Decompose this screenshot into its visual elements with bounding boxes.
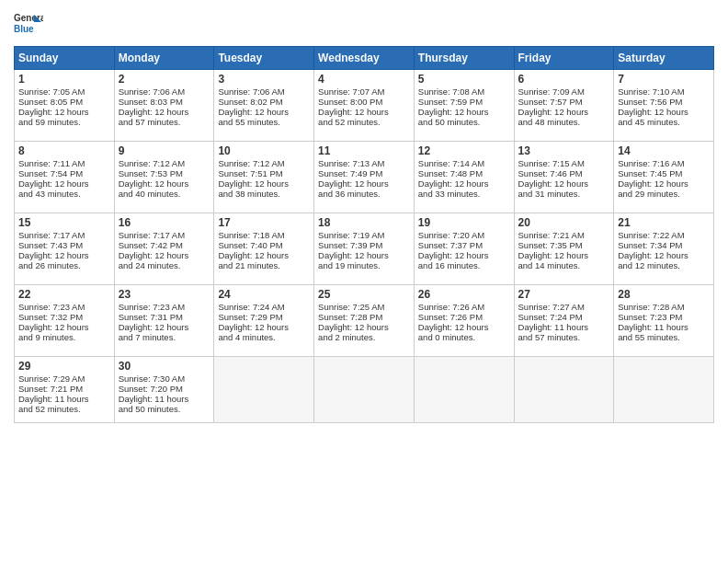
calendar-cell: 3Sunrise: 7:06 AMSunset: 8:02 PMDaylight… [214, 70, 314, 142]
calendar-cell: 30Sunrise: 7:30 AMSunset: 7:20 PMDayligh… [114, 357, 214, 423]
calendar-cell [214, 357, 314, 423]
cell-text: Daylight: 11 hours [518, 322, 589, 332]
cell-text: and 55 minutes. [218, 117, 280, 127]
day-number: 26 [418, 288, 510, 301]
cell-text: Daylight: 11 hours [119, 394, 189, 404]
page-header: General Blue [14, 9, 714, 39]
day-number: 18 [318, 216, 410, 229]
cell-text: Daylight: 12 hours [418, 107, 489, 117]
cell-text: and 50 minutes. [119, 404, 181, 414]
cell-text: and 59 minutes. [18, 117, 81, 127]
day-number: 17 [218, 216, 310, 229]
cell-text: Sunset: 7:35 PM [518, 240, 583, 250]
cell-text: and 26 minutes. [18, 260, 81, 270]
calendar-cell: 28Sunrise: 7:28 AMSunset: 7:23 PMDayligh… [614, 285, 714, 357]
cell-text: and 24 minutes. [119, 260, 181, 270]
calendar-cell: 17Sunrise: 7:18 AMSunset: 7:40 PMDayligh… [214, 213, 314, 285]
calendar-cell: 11Sunrise: 7:13 AMSunset: 7:49 PMDayligh… [314, 142, 415, 213]
cell-text: Daylight: 12 hours [18, 178, 89, 189]
cell-text: Sunrise: 7:26 AM [418, 302, 484, 312]
day-number: 27 [518, 288, 610, 301]
cell-text: Sunrise: 7:12 AM [119, 158, 185, 168]
cell-text: Sunset: 7:43 PM [18, 240, 83, 250]
calendar-cell: 7Sunrise: 7:10 AMSunset: 7:56 PMDaylight… [614, 70, 714, 142]
cell-text: and 45 minutes. [618, 117, 680, 127]
cell-text: Sunrise: 7:20 AM [418, 230, 484, 240]
cell-text: and 19 minutes. [318, 260, 381, 270]
day-number: 22 [18, 288, 110, 301]
cell-text: and 52 minutes. [18, 404, 81, 414]
cell-text: and 0 minutes. [418, 332, 475, 342]
cell-text: Sunrise: 7:16 AM [618, 158, 684, 168]
calendar-cell: 2Sunrise: 7:06 AMSunset: 8:03 PMDaylight… [114, 70, 214, 142]
cell-text: Sunrise: 7:18 AM [218, 230, 284, 240]
cell-text: Sunset: 7:32 PM [18, 312, 83, 322]
cell-text: Sunset: 7:28 PM [318, 312, 382, 322]
cell-text: Daylight: 12 hours [318, 322, 389, 332]
cell-text: and 50 minutes. [418, 117, 481, 127]
calendar-cell: 5Sunrise: 7:08 AMSunset: 7:59 PMDaylight… [414, 70, 514, 142]
cell-text: Daylight: 12 hours [119, 250, 189, 260]
cell-text: Sunrise: 7:21 AM [518, 230, 585, 240]
calendar-cell: 6Sunrise: 7:09 AMSunset: 7:57 PMDaylight… [514, 70, 614, 142]
header-saturday: Saturday [614, 47, 714, 70]
cell-text: Sunrise: 7:14 AM [418, 158, 484, 168]
cell-text: Sunset: 7:54 PM [18, 168, 83, 178]
logo-svg: General Blue [14, 9, 43, 39]
cell-text: Sunset: 7:29 PM [218, 312, 282, 322]
cell-text: Sunrise: 7:06 AM [119, 86, 185, 97]
calendar-cell: 8Sunrise: 7:11 AMSunset: 7:54 PMDaylight… [15, 142, 115, 213]
day-number: 8 [18, 144, 110, 157]
cell-text: and 57 minutes. [119, 117, 181, 127]
cell-text: and 21 minutes. [218, 260, 280, 270]
day-number: 21 [618, 216, 710, 229]
calendar-cell: 12Sunrise: 7:14 AMSunset: 7:48 PMDayligh… [414, 142, 514, 213]
cell-text: Sunrise: 7:27 AM [518, 302, 585, 312]
calendar-cell: 10Sunrise: 7:12 AMSunset: 7:51 PMDayligh… [214, 142, 314, 213]
calendar-cell: 9Sunrise: 7:12 AMSunset: 7:53 PMDaylight… [114, 142, 214, 213]
cell-text: Sunset: 7:26 PM [418, 312, 483, 322]
calendar-cell [514, 357, 614, 423]
cell-text: and 57 minutes. [518, 332, 581, 342]
cell-text: Sunset: 7:40 PM [218, 240, 282, 250]
cell-text: Sunrise: 7:15 AM [518, 158, 585, 168]
cell-text: Sunrise: 7:08 AM [418, 86, 484, 97]
cell-text: Sunset: 8:00 PM [318, 97, 382, 107]
calendar-table: Sunday Monday Tuesday Wednesday Thursday… [14, 46, 714, 423]
calendar-cell: 29Sunrise: 7:29 AMSunset: 7:21 PMDayligh… [15, 357, 115, 423]
calendar-cell: 18Sunrise: 7:19 AMSunset: 7:39 PMDayligh… [314, 213, 415, 285]
calendar-cell: 19Sunrise: 7:20 AMSunset: 7:37 PMDayligh… [414, 213, 514, 285]
cell-text: and 12 minutes. [618, 260, 680, 270]
calendar-week-row: 8Sunrise: 7:11 AMSunset: 7:54 PMDaylight… [15, 142, 714, 213]
calendar-week-row: 15Sunrise: 7:17 AMSunset: 7:43 PMDayligh… [15, 213, 714, 285]
cell-text: Sunset: 7:49 PM [318, 168, 382, 178]
cell-text: Sunset: 7:31 PM [119, 312, 183, 322]
cell-text: Sunset: 7:59 PM [418, 97, 483, 107]
cell-text: Sunset: 7:34 PM [618, 240, 682, 250]
day-number: 25 [318, 288, 410, 301]
cell-text: and 33 minutes. [418, 189, 481, 199]
cell-text: Sunrise: 7:07 AM [318, 86, 384, 97]
cell-text: Sunrise: 7:10 AM [618, 86, 684, 97]
cell-text: Daylight: 12 hours [318, 250, 389, 260]
cell-text: Sunrise: 7:06 AM [218, 86, 284, 97]
calendar-cell: 1Sunrise: 7:05 AMSunset: 8:05 PMDaylight… [15, 70, 115, 142]
day-number: 14 [618, 144, 710, 157]
day-number: 15 [18, 216, 110, 229]
cell-text: and 14 minutes. [518, 260, 581, 270]
day-number: 30 [119, 360, 210, 373]
cell-text: Sunrise: 7:22 AM [618, 230, 684, 240]
day-number: 19 [418, 216, 510, 229]
logo: General Blue [14, 9, 43, 39]
cell-text: and 43 minutes. [18, 189, 81, 199]
cell-text: Sunrise: 7:12 AM [218, 158, 284, 168]
cell-text: Sunrise: 7:29 AM [18, 373, 85, 384]
cell-text: Daylight: 11 hours [18, 394, 89, 404]
cell-text: Sunset: 7:21 PM [18, 384, 83, 394]
cell-text: Daylight: 12 hours [18, 322, 89, 332]
calendar-cell [614, 357, 714, 423]
day-number: 13 [518, 144, 610, 157]
cell-text: Sunrise: 7:25 AM [318, 302, 384, 312]
cell-text: and 52 minutes. [318, 117, 381, 127]
cell-text: Sunset: 7:45 PM [618, 168, 682, 178]
